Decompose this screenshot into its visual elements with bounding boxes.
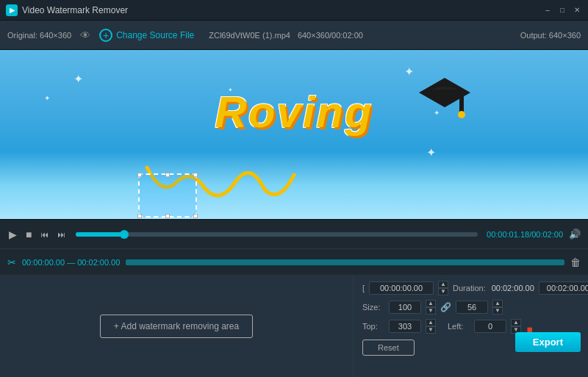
- progress-bar[interactable]: [76, 232, 478, 237]
- end-time-input[interactable]: [539, 281, 588, 295]
- prev-frame-button[interactable]: ⏮: [39, 229, 50, 240]
- bottom-area: ✂ 00:00:00.00 — 00:02:00.00 🗑 + Add wate…: [0, 248, 588, 377]
- top-up[interactable]: ▲: [426, 319, 436, 326]
- close-button[interactable]: ✕: [572, 5, 582, 15]
- left-params: + Add watermark removing area: [0, 275, 353, 377]
- start-time-spinner: ▲ ▼: [438, 281, 448, 295]
- video-preview-area: ✦ ✦ ✦ ✦ ✦ ✦ Roving: [0, 50, 588, 219]
- left-up[interactable]: ▲: [511, 319, 521, 326]
- change-source-label: Change Source File: [116, 30, 194, 40]
- handle-bottom-mid[interactable]: [165, 214, 170, 218]
- size-param-row: Size: ▲ ▼ 🔗 ▲ ▼: [362, 300, 579, 315]
- graduation-cap-icon: [415, 72, 474, 131]
- file-name: ZCl69dVtW0E (1).mp4: [209, 31, 290, 40]
- app-icon: ▶: [6, 4, 18, 16]
- link-icon[interactable]: 🔗: [440, 302, 451, 312]
- sparkle-1: ✦: [74, 72, 83, 86]
- start-time-input[interactable]: [369, 281, 434, 295]
- stop-button[interactable]: ■: [24, 227, 33, 242]
- height-up[interactable]: ▲: [492, 300, 503, 307]
- next-frame-button[interactable]: ⏭: [56, 229, 67, 240]
- export-button[interactable]: Export: [515, 332, 581, 352]
- roving-text: Roving: [215, 87, 373, 137]
- handle-top-mid[interactable]: [165, 173, 170, 177]
- sparkle-2: ✦: [44, 94, 50, 102]
- duration-label: Duration:: [453, 284, 486, 292]
- maximize-button[interactable]: □: [557, 5, 567, 15]
- width-input[interactable]: [389, 301, 421, 314]
- width-down[interactable]: ▼: [426, 307, 436, 315]
- params-panel: + Add watermark removing area [ ▲ ▼ Dura…: [0, 275, 588, 377]
- video-frame: ✦ ✦ ✦ ✦ ✦ ✦ Roving: [0, 50, 588, 219]
- bracket-start: [: [362, 284, 365, 292]
- handle-bottom-left[interactable]: [137, 214, 142, 218]
- top-toolbar: Original: 640×360 👁 + Change Source File…: [0, 21, 588, 50]
- file-info: ZCl69dVtW0E (1).mp4 640×360/00:02:00: [209, 31, 512, 40]
- time-display: 00:00:01.18/00:02:00: [487, 230, 563, 239]
- titlebar-left: ▶ Video Watermark Remover: [6, 4, 128, 16]
- progress-fill: [76, 232, 124, 237]
- sparkle-3: ✦: [404, 65, 414, 79]
- size-label: Size:: [362, 303, 384, 312]
- handle-bottom-right[interactable]: [193, 214, 198, 218]
- position-param-row: Top: ▲ ▼ Left: ▲ ▼: [362, 319, 579, 334]
- titlebar-controls: – □ ✕: [542, 5, 582, 15]
- start-time-up[interactable]: ▲: [438, 281, 448, 288]
- volume-icon[interactable]: 🔊: [569, 229, 581, 240]
- top-input[interactable]: [389, 320, 421, 333]
- original-resolution-label: Original: 640×360: [7, 31, 71, 40]
- top-label: Top:: [362, 322, 384, 331]
- reset-button[interactable]: Reset: [362, 340, 415, 356]
- handle-top-right[interactable]: [193, 173, 198, 177]
- file-resolution-duration: 640×360/00:02:00: [298, 31, 363, 40]
- handle-top-left[interactable]: [137, 173, 142, 177]
- right-params: [ ▲ ▼ Duration: 00:02:00.00 ▲ ▼ ] Size:: [353, 275, 588, 377]
- duration-value: 00:02:00.00: [492, 284, 534, 292]
- scissors-icon: ✂: [7, 256, 16, 268]
- svg-rect-4: [430, 90, 459, 98]
- add-watermark-area-button[interactable]: + Add watermark removing area: [100, 315, 253, 338]
- time-param-row: [ ▲ ▼ Duration: 00:02:00.00 ▲ ▼ ]: [362, 281, 579, 295]
- progress-thumb[interactable]: [120, 230, 129, 239]
- height-input[interactable]: [456, 301, 488, 314]
- top-down[interactable]: ▼: [426, 326, 436, 334]
- left-spinner: ▲ ▼: [511, 319, 521, 334]
- playback-controls: ▶ ■ ⏮ ⏭ 00:00:01.18/00:02:00 🔊: [0, 219, 588, 248]
- minimize-button[interactable]: –: [542, 5, 553, 15]
- top-spinner: ▲ ▼: [426, 319, 436, 334]
- eye-icon[interactable]: 👁: [80, 29, 90, 41]
- svg-point-2: [458, 111, 465, 118]
- titlebar: ▶ Video Watermark Remover – □ ✕: [0, 0, 588, 21]
- left-input[interactable]: [474, 320, 506, 333]
- width-up[interactable]: ▲: [426, 300, 436, 307]
- height-down[interactable]: ▼: [492, 307, 503, 315]
- change-source-button[interactable]: + Change Source File: [99, 29, 194, 42]
- play-button[interactable]: ▶: [7, 227, 18, 242]
- delete-clip-icon[interactable]: 🗑: [570, 256, 581, 268]
- svg-rect-1: [459, 93, 464, 113]
- clip-time-range: 00:00:00.00 — 00:02:00.00: [22, 258, 120, 267]
- clip-row: ✂ 00:00:00.00 — 00:02:00.00 🗑: [0, 248, 588, 275]
- left-label: Left:: [448, 322, 470, 331]
- height-spinner: ▲ ▼: [492, 300, 503, 315]
- output-resolution-label: Output: 640×360: [520, 31, 581, 40]
- sparkle-5: ✦: [426, 146, 436, 159]
- clip-track-bar: [126, 259, 564, 265]
- watermark-selection-box[interactable]: [138, 173, 197, 218]
- app-title: Video Watermark Remover: [22, 5, 128, 15]
- plus-circle-icon: +: [99, 29, 112, 42]
- width-spinner: ▲ ▼: [426, 300, 436, 315]
- start-time-down[interactable]: ▼: [438, 288, 448, 295]
